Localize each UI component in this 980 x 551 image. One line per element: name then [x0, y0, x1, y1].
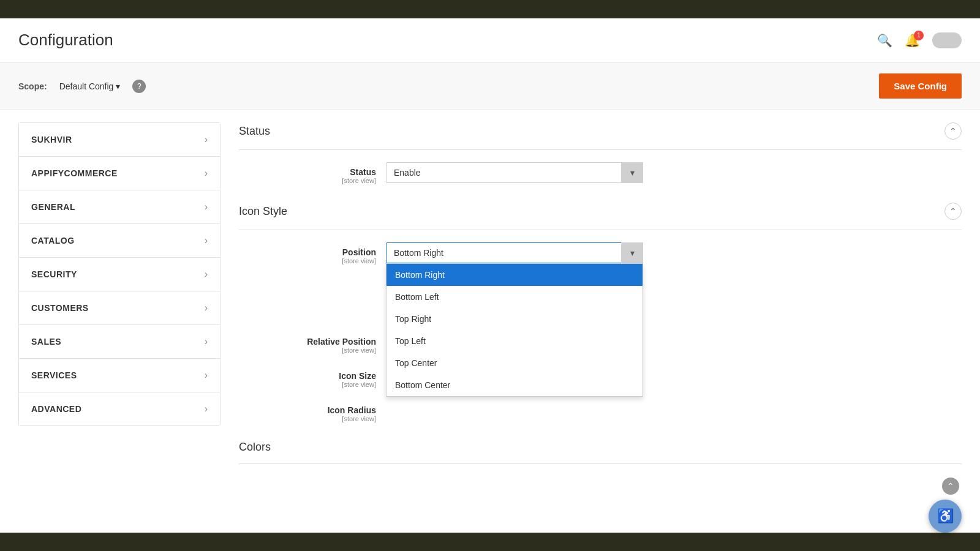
scope-left: Scope: Default Config ▾ ?: [18, 79, 146, 94]
status-select-arrow[interactable]: ▾: [621, 162, 643, 183]
sidebar: SUKHVIR › APPIFYCOMMERCE › GENERAL › CAT…: [18, 122, 221, 426]
position-dropdown-menu: Bottom Right Bottom Left Top Right Top L…: [386, 263, 643, 397]
chevron-down-icon: ▾: [630, 248, 635, 258]
dropdown-item-bottom-left[interactable]: Bottom Left: [386, 286, 643, 308]
status-form-row: Status [store view] Enable ▾: [239, 162, 962, 184]
chevron-up-icon: ⌃: [947, 481, 954, 491]
accessibility-button[interactable]: ♿: [929, 500, 962, 533]
sidebar-item-sales[interactable]: SALES ›: [19, 325, 220, 359]
chevron-right-icon: ›: [205, 336, 208, 347]
status-section-title: Status: [239, 125, 270, 138]
position-control-area: Bottom Right ▾ Bottom Right Bottom Left …: [386, 242, 949, 263]
question-mark: ?: [137, 82, 141, 91]
sidebar-item-label: APPIFYCOMMERCE: [31, 168, 118, 178]
search-button[interactable]: 🔍: [877, 33, 892, 48]
sidebar-item-general[interactable]: GENERAL ›: [19, 190, 220, 224]
chevron-right-icon: ›: [205, 302, 208, 313]
relative-position-label-group: Relative Position [store view]: [251, 332, 386, 354]
page-title: Configuration: [18, 31, 113, 50]
sidebar-item-label: SALES: [31, 337, 61, 347]
icon-radius-field-sublabel: [store view]: [251, 415, 376, 422]
chevron-right-icon: ›: [205, 403, 208, 414]
position-select[interactable]: Bottom Right: [386, 242, 643, 263]
chevron-right-icon: ›: [205, 269, 208, 280]
save-config-button[interactable]: Save Config: [879, 73, 962, 99]
sidebar-item-customers[interactable]: CUSTOMERS ›: [19, 291, 220, 325]
chevron-up-icon: ⌃: [949, 206, 957, 216]
sidebar-item-label: CUSTOMERS: [31, 303, 89, 313]
header-actions: 🔍 🔔 1: [877, 32, 962, 48]
chevron-right-icon: ›: [205, 370, 208, 381]
icon-radius-label-group: Icon Radius [store view]: [251, 400, 386, 422]
icon-style-collapse-button[interactable]: ⌃: [944, 203, 962, 220]
scope-value: Default Config: [59, 81, 114, 91]
status-select[interactable]: Enable: [386, 162, 643, 183]
sidebar-item-sukhvir[interactable]: SUKHVIR ›: [19, 123, 220, 157]
search-icon: 🔍: [877, 34, 892, 47]
scroll-up-button[interactable]: ⌃: [942, 478, 959, 495]
sidebar-item-services[interactable]: SERVICES ›: [19, 359, 220, 392]
sidebar-item-label: ADVANCED: [31, 404, 81, 414]
chevron-right-icon: ›: [205, 235, 208, 246]
status-field-sublabel: [store view]: [251, 177, 376, 184]
position-field-sublabel: [store view]: [251, 257, 376, 264]
main-content: Status ⌃ Status [store view] Enable: [239, 122, 962, 520]
dropdown-item-bottom-center[interactable]: Bottom Center: [386, 374, 643, 396]
chevron-down-icon: ▾: [630, 168, 635, 178]
sidebar-item-security[interactable]: SECURITY ›: [19, 258, 220, 291]
top-bar: [0, 0, 980, 18]
chevron-down-icon: ▾: [116, 81, 120, 91]
status-section: Status ⌃ Status [store view] Enable: [239, 122, 962, 184]
relative-position-field-label: Relative Position: [251, 337, 376, 347]
status-field-label: Status: [251, 167, 376, 177]
icon-style-section-header: Icon Style ⌃: [239, 203, 962, 230]
dropdown-item-top-center[interactable]: Top Center: [386, 352, 643, 374]
status-select-wrapper: Enable ▾: [386, 162, 643, 183]
chevron-right-icon: ›: [205, 134, 208, 145]
scope-selector[interactable]: Default Config ▾: [55, 79, 126, 94]
icon-style-section-title: Icon Style: [239, 205, 287, 218]
relative-position-field-sublabel: [store view]: [251, 347, 376, 354]
sidebar-item-appifycommerce[interactable]: APPIFYCOMMERCE ›: [19, 157, 220, 190]
dropdown-item-top-left[interactable]: Top Left: [386, 330, 643, 352]
main-container: Configuration 🔍 🔔 1 Scope: Default Confi…: [0, 18, 980, 533]
status-collapse-button[interactable]: ⌃: [944, 122, 962, 140]
chevron-up-icon: ⌃: [949, 126, 957, 136]
colors-section: Colors: [239, 441, 962, 464]
dropdown-item-top-right[interactable]: Top Right: [386, 308, 643, 330]
colors-section-header: Colors: [239, 441, 962, 464]
icon-radius-field-label: Icon Radius: [251, 405, 376, 415]
sidebar-item-label: GENERAL: [31, 202, 75, 212]
notification-badge: 1: [914, 31, 924, 40]
help-icon[interactable]: ?: [132, 80, 146, 93]
icon-size-label-group: Icon Size [store view]: [251, 366, 386, 388]
sidebar-item-label: CATALOG: [31, 236, 75, 246]
avatar[interactable]: [932, 32, 962, 48]
bottom-bar: [0, 533, 980, 551]
sidebar-item-catalog[interactable]: CATALOG ›: [19, 224, 220, 258]
sidebar-item-label: SUKHVIR: [31, 135, 72, 144]
chevron-right-icon: ›: [205, 201, 208, 212]
header: Configuration 🔍 🔔 1: [0, 18, 980, 62]
position-label-group: Position [store view]: [251, 242, 386, 264]
position-select-wrapper: Bottom Right ▾: [386, 242, 643, 263]
dropdown-item-bottom-right[interactable]: Bottom Right: [386, 264, 643, 286]
icon-radius-form-row: Icon Radius [store view]: [239, 400, 962, 422]
scope-label: Scope:: [18, 81, 47, 91]
position-select-arrow[interactable]: ▾: [621, 242, 643, 263]
status-control-area: Enable ▾: [386, 162, 949, 183]
notification-button[interactable]: 🔔 1: [905, 33, 920, 48]
sidebar-item-label: SERVICES: [31, 370, 77, 380]
colors-section-title: Colors: [239, 441, 271, 454]
sidebar-item-label: SECURITY: [31, 269, 77, 279]
position-field-label: Position: [251, 247, 376, 257]
position-form-row: Position [store view] Bottom Right ▾ Bot: [239, 242, 962, 264]
chevron-right-icon: ›: [205, 168, 208, 179]
content-area: SUKHVIR › APPIFYCOMMERCE › GENERAL › CAT…: [0, 110, 980, 533]
icon-size-field-sublabel: [store view]: [251, 381, 376, 388]
status-section-header: Status ⌃: [239, 122, 962, 150]
accessibility-icon: ♿: [937, 508, 954, 524]
scope-bar: Scope: Default Config ▾ ? Save Config: [0, 62, 980, 110]
icon-style-section: Icon Style ⌃ Position [store view] Botto…: [239, 203, 962, 422]
sidebar-item-advanced[interactable]: ADVANCED ›: [19, 392, 220, 425]
